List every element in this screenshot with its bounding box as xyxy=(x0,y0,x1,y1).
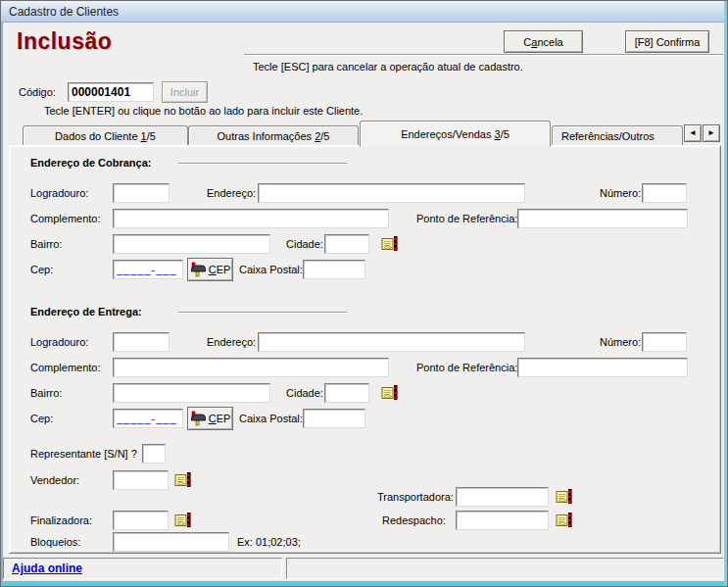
finalizadora-label: Finalizadora: xyxy=(30,514,92,526)
delivery-bairro-label: Bairro: xyxy=(30,387,62,399)
billing-caixa-postal-input[interactable] xyxy=(303,260,365,279)
codigo-label: Código: xyxy=(19,86,56,98)
help-link[interactable]: Ajuda online xyxy=(12,562,82,575)
bloqueios-input[interactable] xyxy=(113,532,229,552)
vendedor-input[interactable] xyxy=(113,470,169,490)
status-panel-left: Ajuda online xyxy=(3,558,282,579)
delivery-endereco-input[interactable] xyxy=(258,332,525,352)
delivery-cep-input[interactable] xyxy=(113,409,183,428)
delivery-ponto-referencia-input[interactable] xyxy=(517,358,688,377)
tab-scroll-left-button[interactable]: ◄ xyxy=(684,124,702,142)
transportadora-input[interactable] xyxy=(456,487,549,507)
delivery-complemento-label: Complemento: xyxy=(30,362,101,373)
window-frame-left-edge xyxy=(1,23,3,586)
finalizadora-lookup-button[interactable] xyxy=(174,512,192,528)
delivery-complemento-input[interactable] xyxy=(113,358,389,377)
enter-hint: Tecle [ENTER] ou clique no botão ao lado… xyxy=(44,105,363,117)
tab-dados-do-cliente[interactable]: Dados do Cliente 1/5 xyxy=(23,125,188,146)
billing-cep-input[interactable] xyxy=(113,260,183,279)
confirm-button-label: [F8] Confirma xyxy=(635,36,701,48)
transportadora-label: Transportadora: xyxy=(377,491,454,503)
billing-cidade-input[interactable] xyxy=(324,234,369,254)
titlebar[interactable]: Cadastro de Clientes xyxy=(1,1,727,23)
right-arrow-icon: ► xyxy=(707,129,715,137)
billing-cep-button[interactable]: CEP xyxy=(187,258,233,281)
finalizadora-input[interactable] xyxy=(113,511,169,530)
page-title: Inclusão xyxy=(17,28,112,55)
tab-referencias-label: Referências/Outros xyxy=(561,130,655,142)
header-separator xyxy=(244,54,723,56)
window-frame-right-edge xyxy=(724,1,727,586)
tab-enderecos-label: Endereços/Vendas 3/5 xyxy=(401,128,510,140)
billing-endereco-label: Endereço: xyxy=(207,187,256,199)
confirm-button[interactable]: [F8] Confirma xyxy=(625,30,709,53)
lookup-icon xyxy=(556,512,573,528)
tab-scroll-right-button[interactable]: ► xyxy=(703,124,720,142)
client-registration-window: Cadastro de Clientes Inclusão Cancela [F… xyxy=(0,0,728,587)
billing-caixa-postal-label: Caixa Postal: xyxy=(239,264,303,275)
window-frame-bottom-edge xyxy=(1,581,727,586)
tab-outras-informacoes[interactable]: Outras Informações 2/5 xyxy=(188,125,359,146)
lookup-icon xyxy=(556,488,573,505)
mailbox-icon xyxy=(190,411,207,426)
redespacho-input[interactable] xyxy=(456,511,549,530)
delivery-section-line xyxy=(178,312,347,314)
billing-ponto-referencia-input[interactable] xyxy=(517,209,688,228)
billing-logradouro-label: Logradouro: xyxy=(30,187,88,199)
tab-outras-label: Outras Informações 2/5 xyxy=(218,130,330,142)
delivery-caixa-postal-input[interactable] xyxy=(303,409,365,428)
representante-label: Representante [S/N] ? xyxy=(30,448,137,460)
incluir-button[interactable]: Incluir xyxy=(162,81,208,103)
delivery-cep-button[interactable]: CEP xyxy=(187,407,233,430)
billing-bairro-input[interactable] xyxy=(113,234,270,254)
vendedor-label: Vendedor: xyxy=(30,474,79,486)
codigo-input[interactable] xyxy=(68,82,154,102)
delivery-logradouro-label: Logradouro: xyxy=(30,336,88,348)
billing-cidade-lookup-button[interactable] xyxy=(381,235,399,252)
delivery-section-title: Endereço de Entrega: xyxy=(30,306,142,318)
delivery-cidade-lookup-button[interactable] xyxy=(381,384,399,401)
delivery-logradouro-input[interactable] xyxy=(113,332,170,352)
billing-cep-button-label: CEP xyxy=(209,264,231,275)
billing-complemento-input[interactable] xyxy=(113,209,389,228)
incluir-button-label: Incluir xyxy=(170,86,199,98)
billing-complemento-label: Complemento: xyxy=(30,213,101,224)
representante-input[interactable] xyxy=(142,444,166,464)
delivery-cidade-input[interactable] xyxy=(324,383,369,403)
delivery-caixa-postal-label: Caixa Postal: xyxy=(239,413,303,424)
billing-section-line xyxy=(178,163,347,165)
cancel-button[interactable]: Cancela xyxy=(504,30,583,53)
delivery-cidade-label: Cidade: xyxy=(286,387,323,399)
billing-endereco-input[interactable] xyxy=(258,183,525,203)
lookup-icon xyxy=(381,384,399,401)
billing-cep-label: Cep: xyxy=(30,264,53,275)
delivery-cep-button-label: CEP xyxy=(209,413,231,424)
lookup-icon xyxy=(174,471,192,488)
lookup-icon xyxy=(174,512,192,528)
tab-enderecos-vendas[interactable]: Endereços/Vendas 3/5 xyxy=(360,121,551,147)
mailbox-icon xyxy=(190,262,207,277)
window-title: Cadastro de Clientes xyxy=(9,5,119,19)
billing-logradouro-input[interactable] xyxy=(113,183,170,203)
redespacho-label: Redespacho: xyxy=(382,514,446,526)
lookup-icon xyxy=(381,235,399,252)
delivery-numero-input[interactable] xyxy=(642,332,687,352)
billing-ponto-referencia-label: Ponto de Referência: xyxy=(416,213,517,224)
delivery-cep-label: Cep: xyxy=(30,413,53,424)
delivery-bairro-input[interactable] xyxy=(113,383,270,403)
bloqueios-hint: Ex: 01;02;03; xyxy=(237,536,301,548)
tab-referencias-outros[interactable]: Referências/Outros xyxy=(552,125,683,146)
esc-hint: Tecle [ESC] para cancelar a operação atu… xyxy=(253,61,523,73)
delivery-ponto-referencia-label: Ponto de Referência: xyxy=(416,362,517,373)
tab-dados-label: Dados do Cliente 1/5 xyxy=(55,130,156,142)
redespacho-lookup-button[interactable] xyxy=(556,512,573,528)
transportadora-lookup-button[interactable] xyxy=(556,488,573,505)
billing-section-title: Endereço de Cobrança: xyxy=(30,157,151,169)
status-panel-right xyxy=(286,558,724,579)
billing-numero-input[interactable] xyxy=(642,183,687,203)
vendedor-lookup-button[interactable] xyxy=(174,471,192,488)
cancel-button-label: Cancela xyxy=(523,36,562,48)
billing-cidade-label: Cidade: xyxy=(286,238,323,250)
left-arrow-icon: ◄ xyxy=(689,129,697,137)
bloqueios-label: Bloqueios: xyxy=(30,536,80,548)
